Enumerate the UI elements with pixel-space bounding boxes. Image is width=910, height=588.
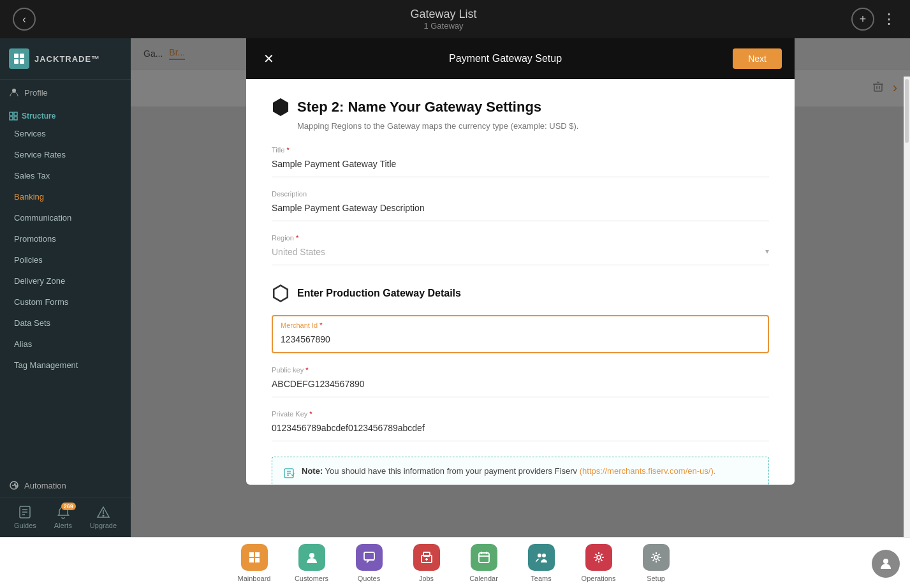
sidebar-item-sales-tax[interactable]: Sales Tax: [0, 165, 131, 186]
svg-rect-0: [14, 54, 18, 58]
back-button[interactable]: ‹: [13, 8, 36, 31]
guides-button[interactable]: Guides: [14, 505, 36, 529]
profile-label: Profile: [24, 88, 48, 98]
nav-jobs[interactable]: Jobs: [398, 539, 455, 587]
teams-icon: [528, 544, 555, 571]
note-link[interactable]: (https://merchants.fiserv.com/en-us/).: [580, 466, 716, 476]
nav-mainboard-label: Mainboard: [238, 575, 271, 582]
sidebar-logo: JACKTRADE™: [0, 38, 131, 80]
avatar-container: [872, 550, 900, 578]
svg-rect-27: [255, 552, 260, 557]
modal-overlay: ✕ Payment Gateway Setup Next Step 2: Nam…: [131, 38, 910, 537]
user-avatar[interactable]: [872, 550, 900, 578]
sidebar-item-automation[interactable]: Automation: [0, 474, 131, 497]
main-area: JACKTRADE™ Profile Structure Services Se…: [0, 38, 910, 537]
region-required: *: [296, 234, 298, 242]
sidebar-item-delivery-zone[interactable]: Delivery Zone: [0, 270, 131, 291]
svg-rect-26: [249, 552, 254, 557]
modal-header: ✕ Payment Gateway Setup Next: [246, 38, 795, 79]
merchant-id-field: Merchant Id *: [272, 315, 769, 353]
page-subtitle: 1 Gateway: [410, 21, 476, 31]
svg-rect-5: [10, 112, 13, 115]
merchant-id-input[interactable]: [281, 332, 760, 347]
note-text: Note: You should have this information f…: [302, 466, 716, 476]
sidebar-item-data-sets[interactable]: Data Sets: [0, 312, 131, 334]
sidebar-item-tag-management[interactable]: Tag Management: [0, 355, 131, 376]
production-title: Enter Production Gateway Details: [297, 288, 461, 299]
svg-rect-31: [364, 552, 374, 560]
nav-teams-label: Teams: [531, 575, 551, 582]
sidebar-item-promotions[interactable]: Promotions: [0, 228, 131, 249]
sidebar-item-custom-forms[interactable]: Custom Forms: [0, 291, 131, 312]
nav-operations[interactable]: Operations: [570, 539, 627, 587]
modal-next-button[interactable]: Next: [733, 48, 782, 69]
svg-rect-6: [14, 112, 17, 115]
svg-rect-3: [20, 59, 24, 64]
alerts-label: Alerts: [54, 522, 72, 529]
region-field: Region * United States ▾: [272, 234, 769, 265]
nav-customers[interactable]: Customers: [283, 539, 341, 587]
sidebar-item-services[interactable]: Services: [0, 123, 131, 144]
setup-icon: [643, 544, 670, 571]
sidebar-item-policies[interactable]: Policies: [0, 249, 131, 270]
nav-customers-label: Customers: [295, 575, 328, 582]
sidebar-item-service-rates[interactable]: Service Rates: [0, 144, 131, 165]
nav-mainboard[interactable]: Mainboard: [226, 539, 283, 587]
alerts-badge: 269: [61, 503, 76, 510]
title-input[interactable]: [272, 156, 769, 172]
sidebar-footer: Guides 269 Alerts Upgrade: [0, 497, 131, 537]
nav-calendar-label: Calendar: [469, 575, 498, 582]
sidebar-item-communication[interactable]: Communication: [0, 207, 131, 228]
upgrade-label: Upgrade: [90, 522, 117, 529]
production-heading: Enter Production Gateway Details: [272, 284, 769, 302]
profile-item[interactable]: Profile: [0, 80, 131, 105]
sidebar: JACKTRADE™ Profile Structure Services Se…: [0, 38, 131, 537]
nav-calendar[interactable]: Calendar: [455, 539, 513, 587]
svg-point-44: [883, 559, 888, 564]
svg-rect-7: [10, 117, 13, 120]
svg-point-41: [542, 554, 546, 557]
private-key-input[interactable]: [272, 420, 769, 436]
public-key-label: Public key *: [272, 366, 769, 374]
top-bar-center: Gateway List 1 Gateway: [410, 8, 476, 31]
logo-icon: [9, 48, 29, 69]
alerts-button[interactable]: 269 Alerts: [54, 505, 72, 529]
private-key-field: Private Key *: [272, 410, 769, 441]
step-icon: [272, 98, 290, 116]
sidebar-item-banking[interactable]: Banking: [0, 186, 131, 207]
nav-quotes[interactable]: Quotes: [341, 539, 398, 587]
upgrade-button[interactable]: Upgrade: [90, 505, 117, 529]
nav-jobs-label: Jobs: [419, 575, 434, 582]
bottom-nav: Mainboard Customers Quotes Jobs Calendar…: [0, 537, 910, 588]
svg-point-40: [538, 554, 541, 557]
payment-gateway-modal: ✕ Payment Gateway Setup Next Step 2: Nam…: [246, 38, 795, 485]
title-required: *: [286, 146, 289, 154]
svg-point-4: [12, 89, 16, 92]
add-button[interactable]: +: [851, 8, 874, 31]
production-icon: [272, 284, 290, 302]
quotes-icon: [356, 544, 383, 571]
sidebar-section-structure[interactable]: Structure: [0, 105, 131, 123]
nav-teams[interactable]: Teams: [513, 539, 570, 587]
top-bar-actions: + ⋮: [851, 8, 897, 31]
step-title: Step 2: Name Your Gateway Settings: [297, 99, 541, 115]
top-bar: ‹ Gateway List 1 Gateway + ⋮: [0, 0, 910, 38]
sidebar-item-alias[interactable]: Alias: [0, 334, 131, 355]
modal-title: Payment Gateway Setup: [449, 53, 562, 64]
svg-point-30: [309, 553, 314, 558]
public-key-input[interactable]: [272, 376, 769, 392]
title-field: Title *: [272, 146, 769, 177]
automation-label: Automation: [24, 481, 66, 490]
svg-point-42: [597, 555, 601, 559]
mainboard-icon: [241, 544, 268, 571]
description-input[interactable]: [272, 200, 769, 216]
title-label: Title *: [272, 146, 769, 154]
region-select[interactable]: United States: [272, 244, 769, 260]
more-options-button[interactable]: ⋮: [882, 11, 897, 27]
note-box: Note: You should have this information f…: [272, 457, 769, 485]
note-icon: [283, 467, 295, 483]
svg-rect-2: [14, 59, 18, 64]
svg-rect-36: [479, 553, 489, 562]
nav-setup[interactable]: Setup: [627, 539, 685, 587]
modal-close-button[interactable]: ✕: [259, 49, 278, 68]
